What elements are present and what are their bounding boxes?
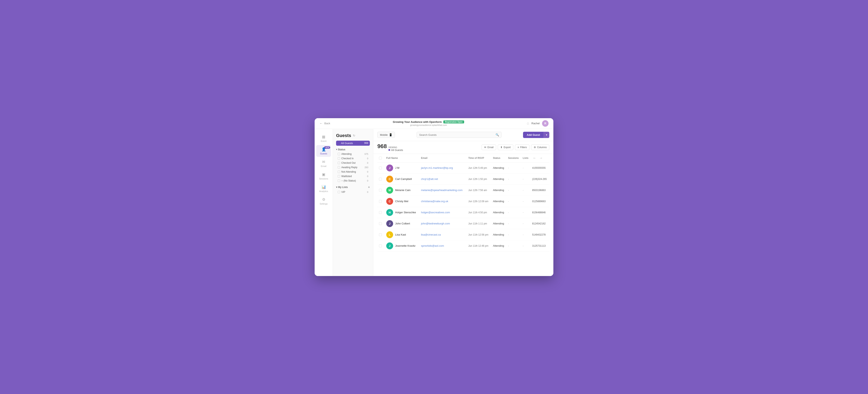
awaiting-reply-checkbox[interactable] — [338, 166, 340, 169]
filter-all-guests[interactable]: All Guests 968 — [336, 141, 370, 146]
col-fullname: Full Name — [384, 154, 420, 162]
row-checkbox-0[interactable] — [379, 166, 382, 170]
add-guest-caret-button[interactable]: ▾ — [544, 132, 549, 138]
guest-avatar-0: J — [386, 164, 393, 172]
guest-lists-7: - — [521, 240, 530, 251]
attending-count: 675 — [365, 153, 368, 155]
row-checkbox-2[interactable] — [379, 189, 382, 192]
waitlisted-checkbox[interactable] — [338, 175, 340, 178]
guest-email-3: christiana@nalw.org.uk — [420, 196, 467, 207]
status-checked-in[interactable]: Checked In 0 — [336, 156, 370, 161]
filters-button[interactable]: ≡ Filters — [515, 145, 529, 150]
col-rsvp: Time of RSVP — [467, 154, 491, 162]
top-bar-right: ⌂ Rachel R — [527, 120, 549, 127]
guests-title: Guests — [336, 133, 351, 138]
mobile-icon: 📱 — [389, 133, 392, 137]
guest-phone-3: 0125889663 — [530, 196, 549, 207]
my-lists-header[interactable]: ▾ My Lists — [336, 186, 348, 189]
checked-in-count: 0 — [367, 157, 368, 160]
attending-checkbox[interactable] — [338, 153, 340, 155]
add-guest-button[interactable]: Add Guest — [523, 132, 544, 138]
content-top-bar: Mobile 📱 🔍 Add Guest ▾ — [373, 129, 553, 141]
row-checkbox-7[interactable] — [379, 244, 382, 247]
guest-email-5: john@twdnewburgh.com — [420, 218, 467, 229]
status-waitlisted[interactable]: Waitlisted 0 — [336, 174, 370, 179]
search-input[interactable] — [419, 133, 496, 137]
guest-avatar-3: C — [386, 198, 393, 205]
row-checkbox-5[interactable] — [379, 222, 382, 225]
back-button[interactable]: ← Back — [319, 122, 330, 125]
prev-col-button[interactable]: ← — [532, 156, 537, 160]
search-box[interactable]: 🔍 — [416, 132, 502, 138]
table-row: M Melanie Cain melanie@spearheadmarketin… — [377, 185, 549, 196]
guest-status-4: Attending — [491, 207, 506, 218]
my-lists-section: ▾ My Lists + — [336, 185, 370, 189]
home-icon[interactable]: ⌂ — [527, 121, 529, 125]
filters-icon: ≡ — [518, 146, 519, 149]
email-action-button[interactable]: ✉ Email — [482, 145, 496, 150]
registration-badge: Registration Open — [443, 120, 464, 123]
next-col-button[interactable]: → — [538, 156, 544, 160]
checked-in-label: Checked In — [341, 157, 354, 160]
filter-panel-title: Guests ↻ — [336, 133, 370, 138]
no-status-checkbox[interactable] — [338, 180, 340, 182]
email-icon: ✉ — [322, 160, 325, 164]
status-checked-out[interactable]: Checked Out 0 — [336, 161, 370, 165]
columns-button[interactable]: ⚙ Columns — [531, 145, 549, 150]
no-status-count: 0 — [367, 180, 368, 182]
status-awaiting-reply[interactable]: Awaiting Reply 293 — [336, 165, 370, 170]
total-count: 968 — [377, 143, 387, 150]
guest-lists-1: - — [521, 174, 530, 185]
select-all-checkbox[interactable] — [379, 157, 382, 159]
table-row: J J M jaclyn.m1.martinez@kp.org Jun 12th… — [377, 162, 549, 174]
row-checkbox-3[interactable] — [379, 200, 382, 203]
refresh-icon[interactable]: ↻ — [353, 134, 355, 137]
sidebar-item-analytics[interactable]: 📊 Analytics — [316, 183, 331, 194]
guest-rsvp-2: Jun 12th 7:56 am — [467, 185, 491, 196]
guest-lists-5: - — [521, 218, 530, 229]
list-vip[interactable]: VIP 0 — [336, 190, 370, 194]
guest-status-5: Attending — [491, 218, 506, 229]
guest-phone-1: (228)324-265 — [530, 174, 549, 185]
row-checkbox-4[interactable] — [379, 211, 382, 214]
awaiting-reply-label: Awaiting Reply — [341, 166, 357, 169]
table-row: C Christy Mel christiana@nalw.org.uk Jun… — [377, 196, 549, 207]
col-email: Email — [420, 154, 467, 162]
sessions-icon: ▣ — [322, 172, 326, 177]
guests-badge: +675 — [324, 146, 330, 149]
sidebar-item-guests[interactable]: 👤 Guests +675 — [316, 145, 331, 157]
waitlisted-label: Waitlisted — [341, 175, 352, 178]
status-attending[interactable]: Attending 675 — [336, 152, 370, 156]
add-list-button[interactable]: + — [368, 185, 370, 189]
status-not-attending[interactable]: Not Attending 0 — [336, 170, 370, 174]
guest-rsvp-7: Jun 11th 12:46 pm — [467, 240, 491, 251]
top-bar: ← Back Growing Your Audience with Openfo… — [315, 118, 553, 129]
checked-out-checkbox[interactable] — [338, 162, 340, 164]
all-guests-label: All Guests — [341, 142, 353, 145]
email-action-icon: ✉ — [484, 146, 486, 149]
mobile-toggle-button[interactable]: Mobile 📱 — [377, 132, 395, 138]
user-avatar[interactable]: R — [542, 120, 549, 127]
status-no-status[interactable]: -- (No Status) 0 — [336, 179, 370, 183]
sidebar-item-event[interactable]: ▦ Event — [316, 132, 331, 144]
sidebar-item-sessions[interactable]: ▣ Sessions — [316, 170, 331, 182]
guest-name-5: John Colbert — [395, 222, 410, 225]
row-checkbox-6[interactable] — [379, 233, 382, 236]
vip-checkbox[interactable] — [338, 191, 340, 193]
guest-avatar-5: J — [386, 220, 393, 227]
filter-panel: Guests ↻ All Guests 968 ▾ Status Attendi… — [333, 129, 373, 276]
checked-in-checkbox[interactable] — [338, 157, 340, 160]
vip-count: 0 — [367, 191, 368, 193]
status-section-header[interactable]: ▾ Status — [336, 148, 370, 151]
sidebar-item-email[interactable]: ✉ Email — [316, 158, 331, 170]
guests-table-container: Full Name Email Time of RSVP Status Sess… — [373, 154, 553, 276]
row-checkbox-1[interactable] — [379, 178, 382, 181]
user-name: Rachel — [531, 122, 539, 125]
guest-sessions-4: - — [506, 207, 521, 218]
not-attending-checkbox[interactable] — [338, 171, 340, 173]
table-row: J John Colbert john@twdnewburgh.com Jun … — [377, 218, 549, 229]
back-arrow-icon: ← — [319, 122, 323, 125]
guest-email-7: spnsrkids@aol.com — [420, 240, 467, 251]
export-button[interactable]: ⬆ Export — [498, 145, 513, 150]
sidebar-item-settings[interactable]: ⚙ Settings — [316, 195, 331, 207]
